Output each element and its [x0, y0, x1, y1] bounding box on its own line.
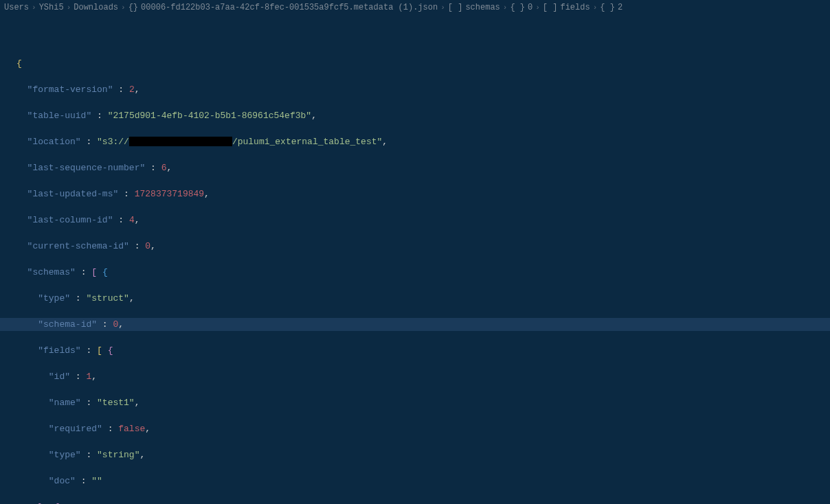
json-key: "last-column-id"	[27, 215, 113, 225]
breadcrumb[interactable]: Users › YShi5 › Downloads › {} 00006-fd1…	[0, 0, 830, 15]
breadcrumb-item[interactable]: 0	[528, 3, 532, 12]
breadcrumb-sep: ›	[440, 3, 445, 12]
json-key: "id"	[49, 371, 70, 382]
json-value: 4	[129, 215, 135, 225]
json-key: "type"	[49, 450, 81, 460]
json-key: "current-schema-id"	[27, 241, 129, 251]
json-value: "2175d901-4efb-4102-b5b1-86961c54ef3b"	[108, 111, 311, 121]
json-key: "format-version"	[27, 84, 113, 95]
json-value: 2	[129, 84, 135, 95]
breadcrumb-item[interactable]: Downloads	[74, 3, 118, 12]
json-key: "schemas"	[27, 267, 76, 277]
json-value: 0	[145, 241, 150, 251]
breadcrumb-sep: ›	[503, 3, 508, 12]
json-key: "type"	[38, 293, 70, 303]
code-editor[interactable]: { "format-version" : 2, "table-uuid" : "…	[0, 15, 830, 504]
breadcrumb-item[interactable]: 2	[618, 3, 622, 12]
breadcrumb-sep: ›	[593, 3, 598, 12]
json-value: "s3://	[97, 137, 129, 147]
object-icon: { }	[510, 3, 525, 12]
breadcrumb-item[interactable]: Users	[4, 3, 29, 12]
json-value: 6	[161, 163, 167, 173]
breadcrumb-item[interactable]: schemas	[465, 3, 500, 12]
json-key: "fields"	[38, 345, 80, 356]
json-icon: {}	[128, 3, 138, 12]
json-value: ""	[91, 476, 102, 486]
breadcrumb-item[interactable]: YShi5	[39, 3, 64, 12]
json-key: "last-sequence-number"	[27, 163, 146, 173]
json-value: "test1"	[97, 398, 135, 408]
json-value: false	[118, 424, 145, 434]
json-key: "last-updated-ms"	[27, 189, 119, 199]
breadcrumb-item[interactable]: 00006-fd122b03-a7aa-42cf-8fec-001535a9fc…	[141, 3, 438, 12]
breadcrumb-sep: ›	[535, 3, 540, 12]
json-value: "struct"	[86, 293, 128, 303]
json-value: 1728373719849	[135, 189, 204, 199]
breadcrumb-sep: ›	[32, 3, 36, 12]
breadcrumb-sep: ›	[121, 3, 126, 12]
breadcrumb-item[interactable]: fields	[560, 3, 590, 12]
json-key: "required"	[49, 424, 102, 434]
json-value: "string"	[97, 450, 139, 460]
json-key: "doc"	[49, 476, 76, 486]
breadcrumb-sep: ›	[67, 3, 71, 12]
array-icon: [ ]	[543, 3, 558, 12]
json-key: "name"	[49, 398, 81, 408]
json-key: "table-uuid"	[27, 111, 92, 121]
redacted-text	[129, 137, 232, 146]
array-icon: [ ]	[448, 3, 463, 12]
json-key: "schema-id"	[38, 319, 97, 330]
object-icon: { }	[600, 3, 615, 12]
json-key: "location"	[27, 137, 81, 147]
json-value: /pulumi_external_table_test"	[232, 137, 382, 147]
